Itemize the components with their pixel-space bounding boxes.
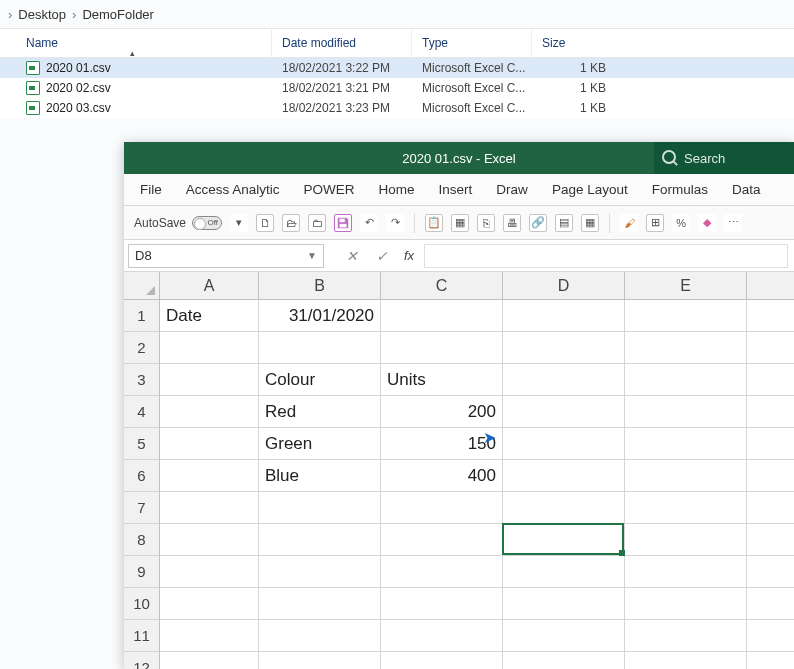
cell-C6[interactable]: 400 — [381, 460, 503, 492]
cell-A7[interactable] — [160, 492, 259, 524]
cell-E9[interactable] — [625, 556, 747, 588]
fx-icon[interactable]: fx — [404, 248, 414, 263]
row-header[interactable]: 5 — [124, 428, 160, 460]
col-header-D[interactable]: D — [503, 272, 625, 300]
tab-draw[interactable]: Draw — [496, 182, 528, 197]
cell-D11[interactable] — [503, 620, 625, 652]
cell-F3[interactable] — [747, 364, 794, 396]
cell-B3[interactable]: Colour — [259, 364, 381, 396]
new-file-icon[interactable]: 🗋 — [256, 214, 274, 232]
cell-C8[interactable] — [381, 524, 503, 556]
cell-D7[interactable] — [503, 492, 625, 524]
cell-C3[interactable]: Units — [381, 364, 503, 396]
cell-F12[interactable] — [747, 652, 794, 669]
row-header[interactable]: 8 — [124, 524, 160, 556]
cell-E2[interactable] — [625, 332, 747, 364]
cell-D3[interactable] — [503, 364, 625, 396]
tab-data[interactable]: Data — [732, 182, 761, 197]
cell-F10[interactable] — [747, 588, 794, 620]
cell-A9[interactable] — [160, 556, 259, 588]
cell-D8[interactable] — [503, 524, 625, 556]
cell-F5[interactable] — [747, 428, 794, 460]
cell-C11[interactable] — [381, 620, 503, 652]
select-all-triangle[interactable] — [124, 272, 160, 300]
breadcrumb-seg[interactable]: Desktop — [14, 7, 70, 22]
link-icon[interactable]: 🔗 — [529, 214, 547, 232]
cell-C10[interactable] — [381, 588, 503, 620]
dropdown-icon[interactable]: ▼ — [307, 250, 317, 261]
cell-D2[interactable] — [503, 332, 625, 364]
cell-A4[interactable] — [160, 396, 259, 428]
cell-D5[interactable] — [503, 428, 625, 460]
cell-E4[interactable] — [625, 396, 747, 428]
formula-bar[interactable] — [424, 244, 788, 268]
cell-F9[interactable] — [747, 556, 794, 588]
cell-B7[interactable] — [259, 492, 381, 524]
cell-D1[interactable] — [503, 300, 625, 332]
file-row[interactable]: 2020 03.csv18/02/2021 3:23 PMMicrosoft E… — [0, 98, 794, 118]
cell-E5[interactable] — [625, 428, 747, 460]
cell-C1[interactable] — [381, 300, 503, 332]
cell-E8[interactable] — [625, 524, 747, 556]
row-header[interactable]: 6 — [124, 460, 160, 492]
col-header-B[interactable]: B — [259, 272, 381, 300]
col-header-A[interactable]: A — [160, 272, 259, 300]
tab-file[interactable]: File — [140, 182, 162, 197]
cell-E10[interactable] — [625, 588, 747, 620]
breadcrumb-seg[interactable]: DemoFolder — [78, 7, 158, 22]
cell-A8[interactable] — [160, 524, 259, 556]
row-header[interactable]: 3 — [124, 364, 160, 396]
cell-C9[interactable] — [381, 556, 503, 588]
tab-power[interactable]: POWER — [304, 182, 355, 197]
row-header[interactable]: 12 — [124, 652, 160, 669]
cell-E1[interactable] — [625, 300, 747, 332]
cell-area[interactable]: Date31/01/2020ColourUnitsRed200Green150B… — [160, 300, 794, 669]
cell-B1[interactable]: 31/01/2020 — [259, 300, 381, 332]
cell-E12[interactable] — [625, 652, 747, 669]
col-header-E[interactable]: E — [625, 272, 747, 300]
borders-icon[interactable]: ⊞ — [646, 214, 664, 232]
file-row[interactable]: 2020 02.csv18/02/2021 3:21 PMMicrosoft E… — [0, 78, 794, 98]
cell-F4[interactable] — [747, 396, 794, 428]
more-icon[interactable]: ⋯ — [724, 214, 742, 232]
cell-B4[interactable]: Red — [259, 396, 381, 428]
cell-C5[interactable]: 150 — [381, 428, 503, 460]
cell-B12[interactable] — [259, 652, 381, 669]
cell-C4[interactable]: 200 — [381, 396, 503, 428]
row-header[interactable]: 11 — [124, 620, 160, 652]
cell-F2[interactable] — [747, 332, 794, 364]
folder-icon[interactable]: 🗀 — [308, 214, 326, 232]
open-folder-icon[interactable]: 🗁 — [282, 214, 300, 232]
cell-E3[interactable] — [625, 364, 747, 396]
cell-A10[interactable] — [160, 588, 259, 620]
cell-A2[interactable] — [160, 332, 259, 364]
cell-E11[interactable] — [625, 620, 747, 652]
cell-C7[interactable] — [381, 492, 503, 524]
cell-D9[interactable] — [503, 556, 625, 588]
clear-icon[interactable]: ◆ — [698, 214, 716, 232]
print-icon[interactable]: 🖶 — [503, 214, 521, 232]
tab-page-layout[interactable]: Page Layout — [552, 182, 628, 197]
cell-B8[interactable] — [259, 524, 381, 556]
col-header-name[interactable]: Name ▴ — [0, 28, 272, 58]
col-header-size[interactable]: Size — [532, 28, 612, 58]
cell-C12[interactable] — [381, 652, 503, 669]
cell-D10[interactable] — [503, 588, 625, 620]
search-box[interactable]: Search — [654, 142, 794, 174]
undo-dropdown-icon[interactable]: ▾ — [230, 214, 248, 232]
clipboard-icon[interactable]: 📋 — [425, 214, 443, 232]
cell-B2[interactable] — [259, 332, 381, 364]
cancel-formula-icon[interactable]: ✕ — [344, 248, 360, 264]
cell-D12[interactable] — [503, 652, 625, 669]
cell-D6[interactable] — [503, 460, 625, 492]
file-row[interactable]: 2020 01.csv18/02/2021 3:22 PMMicrosoft E… — [0, 58, 794, 78]
row-header[interactable]: 9 — [124, 556, 160, 588]
cell-F1[interactable] — [747, 300, 794, 332]
toggle-off-icon[interactable]: Off — [192, 216, 222, 230]
cell-B9[interactable] — [259, 556, 381, 588]
cell-B6[interactable]: Blue — [259, 460, 381, 492]
cell-D4[interactable] — [503, 396, 625, 428]
tab-formulas[interactable]: Formulas — [652, 182, 708, 197]
row-header[interactable]: 1 — [124, 300, 160, 332]
col-header-date[interactable]: Date modified — [272, 28, 412, 58]
